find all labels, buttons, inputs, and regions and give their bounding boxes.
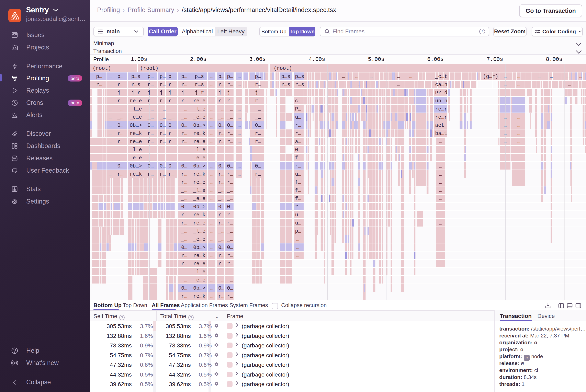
svg-text:r…: r… (118, 139, 124, 145)
svg-text:0b…>: 0b…> (193, 163, 205, 169)
svg-text:…: … (579, 74, 582, 80)
svg-text:r…: r… (255, 82, 261, 88)
svg-text:…: … (210, 253, 213, 259)
svg-text:j…: j… (227, 90, 233, 96)
svg-text:f…: f… (295, 196, 301, 202)
svg-text:re…k: re…k (193, 131, 205, 136)
svg-text:_…: _… (159, 114, 166, 120)
svg-text:u…: u… (295, 212, 301, 218)
svg-text:_…: _… (255, 106, 261, 112)
svg-text:r…s: r…s (195, 82, 204, 88)
svg-text:…: … (439, 212, 442, 218)
svg-text:_…: _… (168, 155, 175, 161)
svg-text:p…: p… (218, 74, 224, 80)
svg-text:(root): (root) (274, 66, 292, 72)
svg-text:…: … (358, 82, 361, 88)
svg-text:0…: 0… (227, 204, 233, 210)
svg-text:…: … (238, 122, 241, 128)
svg-text:_…: _… (147, 147, 154, 153)
svg-text:_…: _… (168, 147, 175, 153)
svg-text:0b…>: 0b…> (130, 122, 142, 128)
svg-text:…: … (439, 188, 442, 194)
svg-text:_e…e: _e…e (193, 114, 205, 120)
svg-text:r…: r… (168, 131, 175, 136)
svg-text:…: … (504, 139, 507, 145)
svg-text:p…s: p…s (295, 74, 304, 80)
svg-text:j…: j… (255, 90, 261, 96)
svg-text:r…: r… (227, 98, 233, 104)
svg-text:_…: _… (218, 277, 224, 283)
svg-text:r…: r… (160, 139, 166, 145)
svg-text:…: … (210, 155, 213, 161)
svg-text:…: … (238, 139, 241, 145)
svg-text:…: … (439, 139, 442, 145)
svg-text:…: … (504, 122, 507, 128)
svg-text:p…s: p…s (195, 74, 204, 80)
svg-text:…: … (238, 163, 241, 169)
svg-text:…: … (537, 74, 540, 80)
svg-text:…: … (397, 82, 400, 88)
svg-text:…: … (210, 147, 213, 153)
svg-text:…: … (296, 236, 299, 242)
svg-text:0…: 0… (160, 122, 166, 128)
svg-text:…: … (210, 294, 213, 300)
svg-text:_e…e: _e…e (193, 155, 205, 161)
svg-text:re…e: re…e (193, 139, 205, 145)
svg-text:act: act (435, 122, 444, 128)
svg-text:_…: _… (147, 114, 154, 120)
svg-text:r…: r… (181, 131, 187, 136)
svg-text:p…: p… (255, 74, 261, 80)
svg-text:0…: 0… (181, 245, 187, 250)
svg-text:…: … (210, 285, 213, 291)
svg-text:0…: 0… (148, 122, 154, 128)
svg-text:…: … (210, 122, 213, 128)
svg-text:0…: 0… (118, 163, 124, 169)
svg-text:r…: r… (181, 294, 187, 300)
svg-text:re…k: re…k (130, 131, 142, 136)
svg-text:…: … (210, 196, 213, 202)
svg-text:…: … (109, 163, 112, 169)
svg-text:r…: r… (160, 82, 166, 88)
svg-text:_…: _… (181, 114, 187, 120)
svg-text:r…: r… (181, 180, 187, 186)
svg-text:…: … (109, 131, 112, 136)
svg-text:re…e: re…e (193, 261, 205, 267)
svg-text:_…: _… (117, 114, 124, 120)
svg-text:a…: a… (295, 139, 301, 145)
svg-text:_…: _… (227, 269, 233, 275)
svg-text:…: … (238, 171, 241, 177)
svg-text:p…: p… (118, 74, 124, 80)
svg-text:r…: r… (218, 139, 224, 145)
svg-text:r…: r… (118, 131, 124, 136)
svg-text:r…: r… (218, 180, 224, 186)
svg-text:j…: j… (160, 90, 166, 96)
svg-text:_…: _… (218, 155, 224, 161)
svg-text:…: … (504, 131, 507, 136)
svg-text:…: … (568, 82, 571, 88)
svg-text:p…s: p…s (131, 74, 141, 80)
svg-text:…: … (210, 180, 213, 186)
svg-text:…: … (109, 155, 112, 161)
svg-text:re…e: re…e (193, 98, 205, 104)
svg-text:r…: r… (227, 131, 233, 136)
svg-text:…: … (517, 82, 520, 88)
svg-text:_…: _… (147, 106, 154, 112)
svg-text:f…: f… (295, 155, 301, 161)
svg-text:…: … (109, 147, 112, 153)
svg-text:_…: _… (255, 147, 261, 153)
svg-text:r…: r… (255, 139, 261, 145)
svg-text:…: … (210, 228, 213, 234)
svg-text:ca…n: ca…n (435, 82, 447, 88)
svg-text:…: … (109, 139, 112, 145)
svg-text:r…: r… (227, 82, 233, 88)
svg-text:r…: r… (168, 82, 175, 88)
svg-text:r…: r… (148, 171, 154, 177)
svg-text:r…: r… (227, 171, 233, 177)
svg-text:r…: r… (118, 98, 124, 104)
svg-text:…: … (109, 90, 112, 96)
svg-text:Pr…d: Pr…d (435, 90, 447, 96)
svg-text:r…: r… (218, 98, 224, 104)
svg-text:_…: _… (181, 236, 187, 242)
svg-text:…: … (504, 90, 507, 96)
svg-text:0…: 0… (227, 285, 233, 291)
